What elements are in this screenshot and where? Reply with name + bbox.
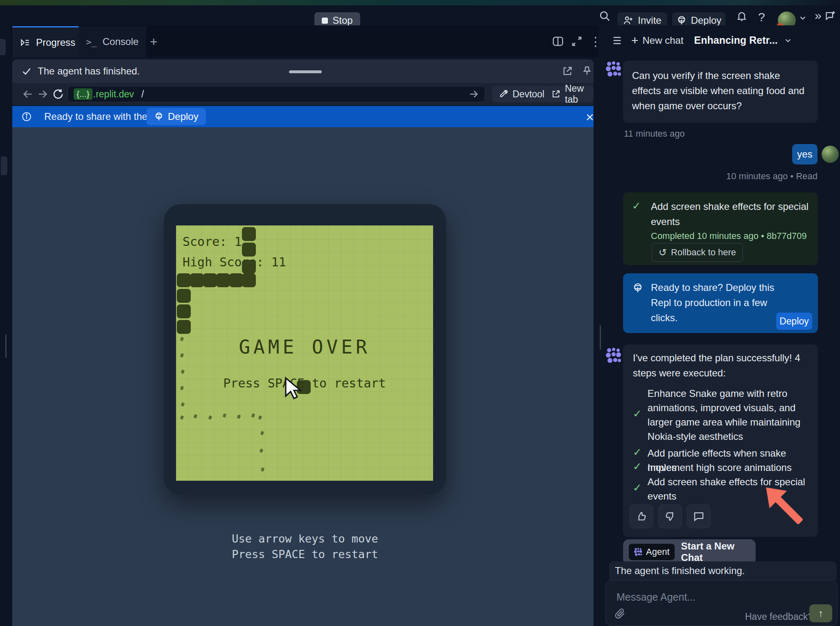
banner-deploy-button[interactable]: Deploy [147,108,206,125]
go-arrow-icon[interactable] [468,89,479,99]
agent-message-text: Can you verify if the screen shake effec… [632,68,809,113]
rail-item[interactable] [1,156,7,175]
invite-person-icon [623,15,634,26]
task-check-icon: ✓ [632,200,641,212]
snake-segment [216,273,230,287]
snake-segment [177,304,191,318]
reply-timestamp: 10 minutes ago • Read [697,171,817,182]
snake-segment [229,273,243,287]
game-high-score: High Score: 11 [183,255,286,269]
plus-icon: + [631,34,639,47]
close-banner-icon[interactable]: ✕ [585,111,594,124]
agent-badge: Agent [629,544,675,560]
game-instruction-2: Press SPACE to restart [164,548,446,561]
message-composer[interactable]: Message Agent... Have feedback? ↑ [605,580,838,626]
url-domain: .replit.dev [93,89,134,100]
user-avatar-small [822,146,839,163]
agent-finished-text: The agent has finished. [38,65,140,77]
thumbs-up-button[interactable] [630,504,653,528]
snake-segment [177,273,191,287]
expand-icon[interactable] [571,35,583,47]
comment-button[interactable] [687,504,711,528]
tab-console[interactable]: >_ Console [79,26,146,57]
game-screen[interactable]: Score: 1 High Score: 11 GAME OVER Press … [176,225,433,481]
attach-paperclip-icon[interactable] [615,608,625,619]
url-path: / [141,89,144,100]
game-score: Score: 1 [183,234,242,249]
plan-step: ✓ Implement high score animations [633,460,813,475]
step-check-icon: ✓ [633,408,642,444]
start-new-chat-label: Start a New Chat [681,540,756,563]
game-instruction-1: Use arrow keys to move [164,532,446,545]
particle [260,431,264,435]
chat-title[interactable]: Enhancing Retr... [694,34,778,46]
send-button[interactable]: ↑ [809,604,832,622]
snake-segment [242,260,256,274]
rail-resize-handle[interactable] [5,334,7,358]
agent-status-bar: The agent is finished working. [609,561,837,580]
deploy-promo-card: Ready to share? Deploy this Repl to prod… [623,273,818,333]
tab-progress-label: Progress [36,37,75,48]
particle [237,414,241,419]
particle [261,467,265,472]
search-icon[interactable] [598,10,611,22]
pin-icon[interactable] [581,65,593,77]
new-chat-button[interactable]: + New chat [631,34,684,47]
deploy-icon [154,112,164,122]
particle [194,414,198,419]
url-bar[interactable]: {...} .replit.dev / [68,86,485,102]
add-tab-icon[interactable]: + [150,34,158,50]
task-meta: Completed 10 minutes ago • 8b77d709 [651,231,807,241]
agent-status-text: The agent is finished working. [615,565,745,576]
thumbs-down-button[interactable] [658,504,682,528]
newtab-label: New tab [565,83,587,105]
deploy-icon [676,15,687,26]
forward-icon[interactable] [37,88,48,100]
annotation-arrow [752,474,818,539]
invite-label: Invite [638,15,661,26]
newtab-button[interactable]: New tab [544,86,594,102]
chat-title-chevron-icon[interactable] [784,36,793,45]
panel-resize-handle[interactable] [600,325,601,350]
topbar: Stop Invite Deploy ? » [0,5,840,25]
rail-item[interactable] [0,39,6,55]
deploy-card-button-label: Deploy [779,316,809,327]
agent-avatar [605,347,622,364]
snake-segment [177,289,191,303]
task-title: Add screen shake effects for special eve… [651,199,811,229]
banner-deploy-label: Deploy [168,111,199,122]
mouse-cursor [282,376,305,401]
chat-list-icon[interactable] [610,34,622,47]
tab-bar: Progress ✕ >_ Console + ⋮ [11,25,598,57]
new-chat-label: New chat [643,35,684,46]
check-icon [21,66,32,77]
have-feedback-link[interactable]: Have feedback? [745,611,813,622]
snake-segment [203,273,217,287]
drag-handle[interactable] [289,70,322,73]
notifications-bell-icon[interactable] [736,10,747,22]
deploy-card-button[interactable]: Deploy [776,313,812,330]
particle [260,448,264,453]
console-icon: >_ [86,37,97,47]
help-icon[interactable]: ? [758,10,765,24]
chevron-down-icon[interactable] [798,14,807,23]
back-icon[interactable] [22,88,34,100]
game-over-text: GAME OVER [176,336,433,358]
new-comment-icon[interactable] [824,10,836,22]
replit-window: Stop Invite Deploy ? » [0,0,840,626]
snake-segment [190,273,204,287]
stop-label: Stop [332,15,352,26]
split-view-icon[interactable] [552,35,564,47]
open-in-new-icon[interactable] [562,65,573,77]
composer-placeholder: Message Agent... [616,591,695,603]
info-icon [21,111,32,122]
rollback-button[interactable]: ↺ Rollback to here [652,243,743,262]
step-text: Enhance Snake game with retro animations… [648,386,813,444]
reload-icon[interactable] [52,88,64,100]
start-new-chat-button[interactable]: Agent Start a New Chat [623,539,756,565]
tab-console-label: Console [103,36,139,47]
collapse-right-icon[interactable]: » [815,9,822,23]
agent-preview-block: The agent has finished. [12,59,594,105]
particle [180,415,184,420]
deploy-banner: Ready to share with the world? Deploy ✕ [12,106,594,127]
